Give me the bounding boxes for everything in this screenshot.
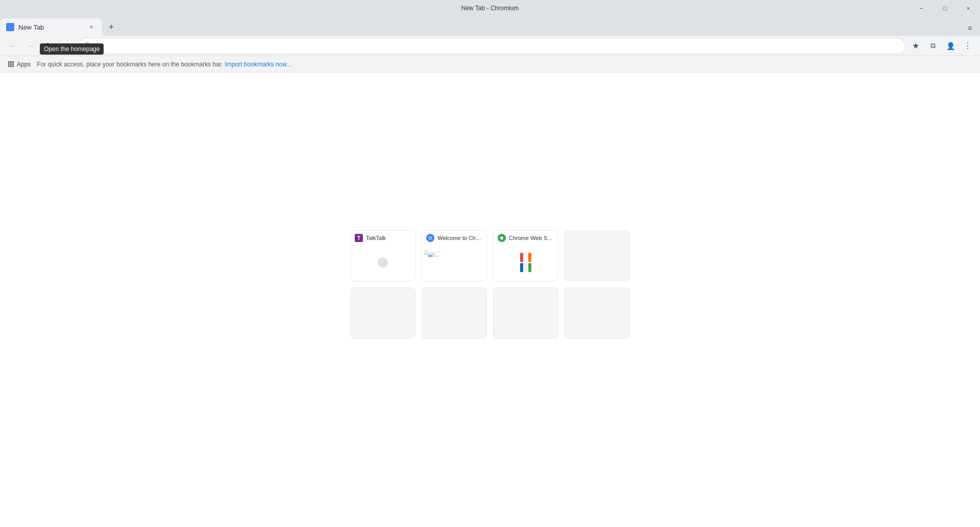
speed-dial-item-empty-1[interactable] [565, 230, 630, 281]
empty-preview-3 [422, 288, 486, 338]
bookmark-button[interactable]: ★ [908, 38, 924, 54]
empty-preview-1 [565, 231, 629, 281]
title-bar: New Tab - Chromium − □ × [0, 0, 980, 16]
speed-dial-item-empty-4[interactable] [493, 288, 558, 339]
new-tab-button[interactable]: + [104, 20, 118, 34]
profile-button[interactable]: 👤 [942, 38, 959, 54]
svg-point-2 [429, 237, 431, 239]
cws-title: Chrome Web Store [509, 235, 554, 241]
address-search-icon: 🔍 [84, 42, 92, 50]
empty-preview-5 [565, 288, 629, 338]
maximize-button[interactable]: □ [933, 0, 957, 16]
bookmarks-hint-text2: bookmarks here on the bookmarks bar. [116, 61, 223, 68]
speed-dial-item-empty-3[interactable] [422, 288, 487, 339]
svg-point-4 [500, 236, 503, 239]
toolbar-right: ★ ⧉ 👤 ⋮ [908, 38, 976, 54]
tab-title: New Tab [18, 23, 83, 31]
bookmarks-bar: Apps For quick access, place your bookma… [0, 56, 980, 73]
tab-bar-right: ≡ [964, 22, 980, 36]
talktalk-preview [351, 244, 415, 281]
import-bookmarks-link[interactable]: Import bookmarks now... [225, 61, 292, 68]
back-button[interactable]: ← [4, 38, 20, 54]
speed-dial-item-welcome-chrome[interactable]: Welcome to Chromi... [422, 230, 487, 281]
bookmarks-hint-text: For quick access, place your [37, 61, 114, 68]
toolbar: ← → ↻ ⌂ 🔍 ★ ⧉ 👤 ⋮ [0, 36, 980, 56]
tab-bar: New Tab × + ≡ [0, 16, 980, 36]
extensions-button[interactable]: ⧉ [925, 38, 941, 54]
main-content: T TalkTalk Welcome to Chromi... [0, 73, 980, 527]
cws-icon [498, 234, 506, 242]
forward-button[interactable]: → [22, 38, 39, 54]
home-button[interactable]: ⌂ [59, 38, 76, 54]
chrome-icon [426, 234, 434, 242]
tab-close-button[interactable]: × [87, 22, 96, 32]
speed-dial-item-talktalk[interactable]: T TalkTalk [350, 230, 415, 281]
address-input[interactable] [96, 42, 899, 50]
empty-preview-4 [494, 288, 558, 338]
talktalk-title: TalkTalk [366, 235, 386, 241]
apps-grid-icon [8, 61, 14, 67]
active-tab[interactable]: New Tab × [0, 18, 102, 36]
speed-dial-item-chrome-web-store[interactable]: Chrome Web Store [493, 230, 558, 281]
tab-bar-menu-button[interactable]: ≡ [964, 22, 976, 34]
minimize-button[interactable]: − [910, 0, 933, 16]
speed-dial-header-chrome: Welcome to Chromi... [422, 231, 486, 244]
tab-favicon [6, 23, 14, 31]
address-bar[interactable]: 🔍 [78, 38, 905, 54]
menu-button[interactable]: ⋮ [960, 38, 976, 54]
talktalk-icon: T [355, 234, 363, 242]
speed-dial-item-empty-5[interactable] [565, 288, 630, 339]
chrome-welcome-title: Welcome to Chromi... [437, 235, 482, 241]
apps-button[interactable]: Apps [4, 60, 35, 69]
speed-dial-header-cws: Chrome Web Store [494, 231, 558, 244]
window-controls: − □ × [910, 0, 980, 16]
window-title: New Tab - Chromium [461, 5, 519, 12]
speed-dial-header-talktalk: T TalkTalk [351, 231, 415, 244]
apps-label: Apps [17, 61, 31, 68]
reload-button[interactable]: ↻ [41, 38, 57, 54]
speed-dial-item-empty-2[interactable] [350, 288, 415, 339]
speed-dial-grid: T TalkTalk Welcome to Chromi... [350, 230, 630, 339]
empty-preview-2 [351, 288, 415, 338]
cws-preview [494, 244, 558, 281]
chrome-welcome-preview [422, 244, 486, 281]
talktalk-preview-circle [378, 257, 388, 268]
close-button[interactable]: × [957, 0, 980, 16]
